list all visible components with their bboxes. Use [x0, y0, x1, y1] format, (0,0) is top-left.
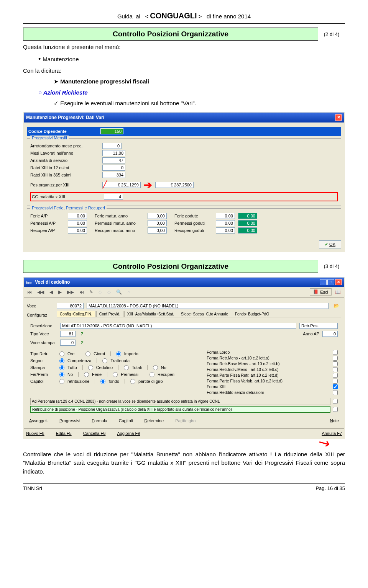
- cb0[interactable]: [333, 350, 338, 355]
- bottom-paragraph: Controllare che le voci di riduzione per…: [23, 450, 345, 476]
- tab-2[interactable]: XIII+Ass/Malattia+Sett.Stat.: [124, 311, 177, 317]
- c6: Forma XIII: [207, 384, 225, 389]
- btn-4[interactable]: Determine: [144, 418, 164, 423]
- cb1[interactable]: [333, 356, 338, 361]
- first-icon[interactable]: ⏮: [25, 288, 34, 296]
- esci-button[interactable]: 📕Esci: [310, 288, 332, 296]
- book-icon[interactable]: 📖: [333, 288, 343, 296]
- btn-2[interactable]: Formula: [92, 418, 107, 423]
- fwd-icon[interactable]: ▶: [56, 288, 64, 296]
- bbtn-1[interactable]: Edita F5: [56, 431, 72, 436]
- tab-1[interactable]: Conf.Previd.: [96, 311, 123, 317]
- codice-val[interactable]: 150: [100, 128, 123, 134]
- search-icon[interactable]: 🔍: [114, 288, 124, 296]
- r-importo[interactable]: [116, 351, 121, 356]
- r-tutto[interactable]: [59, 365, 64, 370]
- gg-val[interactable]: 4: [104, 194, 123, 200]
- retr-val[interactable]: Retr.Pos.: [299, 323, 338, 329]
- f2av[interactable]: 0,00: [68, 220, 87, 226]
- window-voci-cedolino: tinn Voci di cedolino _ □ ✕ ⏮ ◀◀ ◀ ▶ ▶▶ …: [23, 277, 345, 439]
- stampa-lbl: Voce stampa: [30, 340, 57, 345]
- cb5[interactable]: [333, 379, 338, 384]
- edit-icon[interactable]: ✎: [87, 288, 95, 296]
- f2cv[interactable]: 0,00: [216, 220, 235, 226]
- btn-1[interactable]: Progressivi: [59, 418, 80, 423]
- intro-b2: Manutenzione progressivi fiscali: [54, 77, 345, 86]
- r-no[interactable]: [153, 365, 158, 370]
- back-icon[interactable]: ◀: [48, 288, 55, 296]
- stampa-val[interactable]: 0: [60, 340, 76, 346]
- title-1: Manutenzione Progressivi: Dati Vari: [26, 115, 104, 120]
- cb6[interactable]: [333, 384, 338, 389]
- close-icon-2[interactable]: ✕: [335, 279, 342, 285]
- next-icon[interactable]: ▶▶: [65, 288, 76, 296]
- r-comp[interactable]: [59, 358, 64, 363]
- cb2[interactable]: [333, 361, 338, 366]
- c3: Forma Retr.Indiv.Mens - art.10 c.2 lett.…: [207, 367, 278, 372]
- f2bv[interactable]: 0,00: [148, 220, 167, 226]
- f2dv[interactable]: 0,00: [238, 220, 257, 226]
- r-retr[interactable]: [59, 379, 64, 384]
- tab-4[interactable]: Fondo+Budget-PdO: [232, 311, 272, 317]
- f1bv[interactable]: 0,00: [148, 213, 167, 219]
- r-tot[interactable]: [124, 365, 129, 370]
- last-icon[interactable]: ⏭: [77, 288, 86, 296]
- f1av[interactable]: 0,00: [68, 213, 87, 219]
- bbtn-0[interactable]: Nuovo F8: [26, 431, 44, 436]
- anno-val[interactable]: 0: [322, 331, 338, 337]
- help-icon-2[interactable]: ?: [79, 339, 85, 346]
- ok-button[interactable]: OK: [319, 240, 341, 248]
- r2-v[interactable]: 47: [102, 157, 125, 163]
- prev-icon[interactable]: ◀◀: [35, 288, 46, 296]
- pos-old-text: € 251,1299: [118, 183, 139, 187]
- r4-v[interactable]: 334: [102, 172, 125, 178]
- cb7[interactable]: [333, 390, 338, 395]
- voce-desc[interactable]: MALAT.DL112/2008 - POS.CAT.D (NO INADEL): [87, 303, 329, 309]
- tab-3[interactable]: Siope+Spesa+C.to Annuale: [178, 311, 231, 317]
- maximize-icon[interactable]: □: [327, 279, 334, 285]
- r-no2[interactable]: [59, 372, 64, 377]
- f3bv[interactable]: 0,00: [148, 227, 167, 234]
- btn-6[interactable]: Note: [330, 418, 339, 423]
- r-fondo[interactable]: [100, 379, 105, 384]
- help-icon-1[interactable]: ?: [79, 330, 85, 338]
- r-perm[interactable]: [113, 372, 118, 377]
- r-trat[interactable]: [102, 358, 107, 363]
- f1dv[interactable]: 0,00: [238, 213, 257, 219]
- doc-header: Guida ai < CONGUAGLI > di fine anno 2014: [23, 11, 345, 20]
- desc-val[interactable]: MALAT.DL112/2008 - POS.CAT.D (NO INADEL): [60, 323, 296, 329]
- r-part[interactable]: [130, 379, 135, 384]
- pos-old[interactable]: € 251,1299╱: [102, 182, 141, 188]
- fs2-legend: Progressivi Ferie, Permessi e Recuperi: [30, 206, 107, 210]
- f3cv[interactable]: 0,00: [216, 227, 235, 234]
- close-icon[interactable]: ✕: [335, 114, 342, 121]
- tipo-val[interactable]: 81: [60, 331, 76, 337]
- cb3[interactable]: [333, 367, 338, 372]
- f1cv[interactable]: 0,00: [216, 213, 235, 219]
- r-ferie[interactable]: [84, 372, 89, 377]
- minimize-icon[interactable]: _: [320, 279, 327, 285]
- section-1-title: Controllo Posizioni Organizzative: [23, 28, 318, 41]
- f3dv[interactable]: 0,00: [238, 227, 257, 234]
- r-giorni[interactable]: [85, 351, 90, 356]
- bbtn-2[interactable]: Cancella F6: [83, 431, 106, 436]
- r-rec[interactable]: [150, 372, 154, 377]
- bbtn-3[interactable]: Aggiorna F9: [117, 431, 140, 436]
- btn-0[interactable]: Assogget.: [29, 418, 48, 423]
- config-lbl: Configuraz: [27, 313, 54, 317]
- voce-val[interactable]: 80072: [57, 303, 84, 309]
- open-icon[interactable]: 📂: [332, 302, 341, 310]
- btn-3[interactable]: Capitoli: [119, 418, 133, 423]
- cb4[interactable]: [333, 373, 338, 378]
- r-ced[interactable]: [88, 365, 93, 370]
- tab-0[interactable]: Config+Colleg.FIN.: [57, 311, 95, 317]
- r3-v[interactable]: 0: [102, 165, 125, 171]
- cb-ad[interactable]: [333, 399, 338, 404]
- cb-retr[interactable]: [333, 407, 338, 412]
- f3av[interactable]: 0,00: [68, 227, 87, 234]
- pos-new[interactable]: € 287,2500: [155, 182, 194, 188]
- r1-v[interactable]: 11,00: [102, 150, 125, 156]
- r-ore[interactable]: [59, 351, 64, 356]
- r0-v[interactable]: 0: [102, 143, 122, 149]
- header-divider: [23, 23, 345, 24]
